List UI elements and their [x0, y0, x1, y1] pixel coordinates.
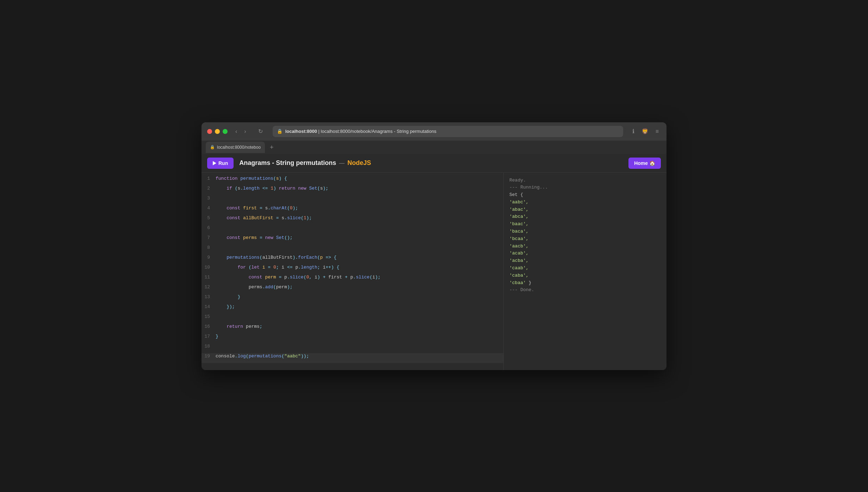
output-panel: Ready. --- Running... Set { 'aabc', 'aba…: [504, 173, 666, 370]
table-row: 10 for (let i = 0; i <= p.length; i++) {: [202, 264, 503, 274]
table-row: 11 const perm = p.slice(0, i) + first + …: [202, 274, 503, 284]
output-item-2: 'abac',: [509, 206, 661, 214]
output-item-8: 'acab',: [509, 250, 661, 257]
output-item-6: 'bcaa',: [509, 235, 661, 243]
toolbar-right: ℹ 🦁 ≡: [630, 127, 661, 136]
maximize-button[interactable]: [223, 129, 228, 134]
code-editor[interactable]: 1 function permutations(s) { 2 if (s.len…: [202, 173, 504, 370]
table-row: 9 permutations(allButFirst).forEach(p =>…: [202, 254, 503, 264]
table-row: 5 const allButFirst = s.slice(1);: [202, 215, 503, 225]
output-item-11: 'caba',: [509, 272, 661, 279]
notebook-language: NodeJS: [347, 159, 371, 167]
new-tab-button[interactable]: +: [268, 143, 276, 151]
table-row: 12 perms.add(perm);: [202, 284, 503, 294]
close-button[interactable]: [207, 129, 212, 134]
tab-favicon-icon: 🔒: [210, 145, 215, 149]
active-tab[interactable]: 🔒 localhost:8000/noteboo: [206, 142, 265, 153]
home-button[interactable]: Home 🏠: [628, 158, 661, 169]
table-row: 8: [202, 245, 503, 254]
table-row: 18: [202, 343, 503, 353]
address-bar[interactable]: 🔒 localhost:8000 | localhost:8000/notebo…: [273, 126, 623, 137]
output-brace: Set {: [509, 192, 523, 197]
lock-icon: 🔒: [277, 129, 283, 134]
table-row: 6: [202, 225, 503, 235]
title-bar: ‹ › ↻ 🔒 localhost:8000 | localhost:8000/…: [202, 122, 666, 141]
run-button[interactable]: Run: [207, 158, 234, 169]
table-row: 2 if (s.length <= 1) return new Set(s);: [202, 185, 503, 195]
table-row: 15: [202, 314, 503, 324]
back-button[interactable]: ‹: [233, 127, 239, 136]
address-text: localhost:8000 | localhost:8000/notebook…: [285, 129, 619, 134]
output-done: --- Done.: [509, 287, 661, 294]
table-row: 14 });: [202, 304, 503, 314]
browser-window: ‹ › ↻ 🔒 localhost:8000 | localhost:8000/…: [202, 122, 666, 370]
output-item-5: 'baca',: [509, 228, 661, 235]
brave-button[interactable]: 🦁: [639, 127, 651, 136]
table-row: 1 function permutations(s) {: [202, 176, 503, 185]
notebook-header: Run Anagrams - String permutations — Nod…: [202, 154, 666, 173]
menu-button[interactable]: ≡: [653, 127, 661, 136]
run-triangle-icon: [213, 161, 216, 165]
table-row: 13 }: [202, 294, 503, 304]
table-row: 17 }: [202, 333, 503, 343]
output-item-1: 'aabc',: [509, 199, 661, 206]
refresh-button[interactable]: ↻: [255, 127, 266, 136]
table-row: 19 console.log(permutations("aabc"));: [202, 353, 503, 363]
output-item-3: 'abca',: [509, 213, 661, 221]
output-item-9: 'acba',: [509, 257, 661, 265]
notebook-title: Anagrams - String permutations: [239, 159, 336, 167]
output-set-open: Set {: [509, 191, 661, 199]
tab-bar: 🔒 localhost:8000/noteboo +: [202, 141, 666, 154]
table-row: 16 return perms;: [202, 324, 503, 333]
output-item-10: 'caab',: [509, 265, 661, 272]
minimize-button[interactable]: [215, 129, 220, 134]
info-button[interactable]: ℹ: [630, 127, 637, 136]
table-row: 3: [202, 195, 503, 205]
forward-button[interactable]: ›: [242, 127, 248, 136]
output-running: --- Running...: [509, 184, 661, 191]
run-label: Run: [218, 160, 228, 166]
output-item-12: 'cbaa' }: [509, 279, 661, 287]
lang-separator: —: [339, 160, 345, 166]
output-item-7: 'aacb',: [509, 243, 661, 250]
output-ready: Ready.: [509, 177, 661, 184]
traffic-lights: [207, 129, 228, 134]
nav-buttons: ‹ ›: [233, 127, 248, 136]
output-item-4: 'baac',: [509, 221, 661, 228]
tab-label: localhost:8000/noteboo: [217, 145, 261, 150]
table-row: 4 const first = s.charAt(0);: [202, 205, 503, 215]
code-area: 1 function permutations(s) { 2 if (s.len…: [202, 173, 666, 370]
table-row: 7 const perms = new Set();: [202, 235, 503, 245]
